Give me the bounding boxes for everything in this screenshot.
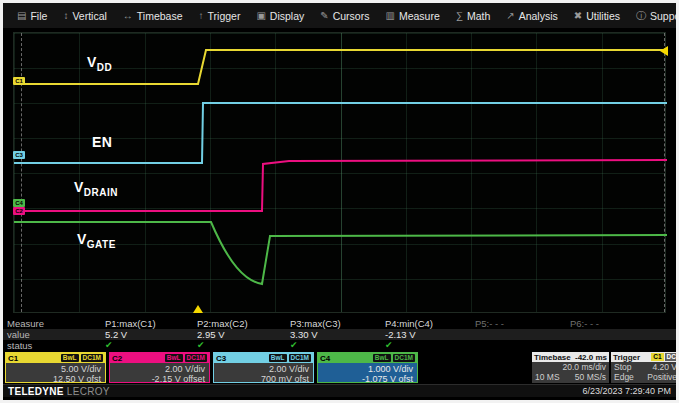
support-icon: ⓘ: [636, 9, 646, 23]
menu-analysis-label: Analysis: [519, 10, 558, 22]
menu-timebase[interactable]: ↔Timebase: [115, 3, 191, 28]
measure-p6-header[interactable]: P6:- - -: [570, 318, 599, 329]
waveform-svg: [14, 33, 667, 314]
trigger-level-marker[interactable]: [660, 46, 668, 56]
measure-p1-value: 5.2 V: [105, 329, 127, 340]
datetime: 6/23/2023 7:29:40 PM: [582, 386, 671, 396]
c3-offset: 700 mV ofst: [214, 374, 309, 383]
p4-status-check-icon: ✔: [385, 340, 393, 351]
menu-measure-label: Measure: [399, 10, 440, 22]
measure-row-label: Measure: [7, 318, 44, 329]
menu-display[interactable]: ▣Display: [248, 3, 312, 28]
measure-table: Measure P1:max(C1) P2:max(C2) P3:max(C3)…: [3, 318, 676, 351]
measure-p2-header[interactable]: P2:max(C2): [197, 318, 248, 329]
timebase-header: Timebase -42.0 ms: [532, 352, 609, 362]
menu-file[interactable]: ▤File: [9, 3, 55, 28]
trigger-time-marker[interactable]: [193, 305, 203, 313]
timebase-delay: -42.0 ms: [575, 353, 607, 362]
menu-measure[interactable]: ▥Measure: [377, 3, 447, 28]
trace-label-vdrain: VDRAIN: [74, 179, 118, 198]
c3-header: C3 BwL DC1M: [214, 353, 313, 363]
cursors-icon: ✎: [320, 10, 328, 21]
c3-zero-marker[interactable]: C3: [13, 151, 25, 159]
c4-bwl-badge: BwL: [373, 354, 391, 362]
trigger-title: Trigger: [613, 353, 640, 362]
menu-timebase-label: Timebase: [137, 10, 183, 22]
menu-cursors[interactable]: ✎Cursors: [312, 3, 377, 28]
file-icon: ▤: [17, 10, 26, 21]
c3-vdiv: 2.00 V/div: [214, 364, 309, 374]
measure-p3-header[interactable]: P3:max(C3): [290, 318, 341, 329]
menu-math-label: Math: [467, 10, 490, 22]
c3-coupling-badge: DC1M: [289, 354, 311, 362]
c2-descriptor-box[interactable]: C2 BwL DC1M 2.00 V/div -2.15 V offset: [109, 352, 210, 383]
menu-cursors-label: Cursors: [333, 10, 370, 22]
c3-label: C3: [216, 354, 267, 363]
value-row-label: value: [7, 329, 30, 340]
c4-label: C4: [320, 354, 371, 363]
measure-p4-value: -2.13 V: [385, 329, 416, 340]
c4-offset: -1.075 V ofst: [318, 374, 413, 383]
utilities-icon: ✖: [574, 10, 582, 21]
menu-analysis[interactable]: ↗Analysis: [498, 3, 566, 28]
c1-zero-marker[interactable]: C1: [13, 77, 25, 85]
menu-vertical-label: Vertical: [72, 10, 106, 22]
measure-status-row: status ✔ ✔ ✔ ✔: [3, 340, 676, 351]
c1-bwl-badge: BwL: [61, 354, 79, 362]
p2-status-check-icon: ✔: [197, 340, 205, 351]
menu-bar: ▤File ↕Vertical ↔Timebase ↑Trigger ▣Disp…: [3, 3, 676, 28]
timebase-icon: ↔: [123, 10, 133, 21]
trigger-level: 4.20 V: [652, 362, 677, 372]
timebase-samples: 10 MS: [535, 372, 560, 382]
menu-support-label: Support: [650, 10, 679, 22]
menu-support[interactable]: ⓘSupport: [628, 3, 679, 28]
analysis-icon: ↗: [506, 10, 514, 21]
measure-p1-header[interactable]: P1:max(C1): [105, 318, 156, 329]
descriptor-bar: C1 BwL DC1M 5.00 V/div 12.50 V ofst C2 B…: [5, 352, 679, 383]
measure-p4-header[interactable]: P4:min(C4): [385, 318, 433, 329]
menu-vertical[interactable]: ↕Vertical: [55, 3, 114, 28]
trace-label-vdd: VDD: [87, 54, 112, 73]
timebase-box[interactable]: Timebase -42.0 ms 20.0 ms/div 10 MS50 MS…: [532, 352, 609, 383]
c2-label: C2: [112, 354, 163, 363]
trigger-icon: ↑: [199, 10, 204, 21]
c2-bwl-badge: BwL: [165, 354, 183, 362]
c2-zero-marker[interactable]: C2: [13, 207, 25, 215]
menu-math[interactable]: ∑Math: [448, 3, 498, 28]
c2-coupling-badge: DC1M: [185, 354, 207, 362]
trigger-box[interactable]: Trigger C1 DC Stop4.20 V EdgePositive: [611, 352, 679, 383]
c1-offset: 12.50 V ofst: [6, 374, 101, 383]
timebase-rate: 50 MS/s: [575, 372, 606, 382]
menu-utilities[interactable]: ✖Utilities: [566, 3, 628, 28]
measure-p5-header[interactable]: P5:- - -: [475, 318, 504, 329]
c1-header: C1 BwL DC1M: [6, 353, 105, 363]
menu-trigger-label: Trigger: [208, 10, 241, 22]
c3-bwl-badge: BwL: [269, 354, 287, 362]
trace-c3: [14, 103, 667, 163]
trigger-source-badge: C1: [651, 353, 663, 361]
c4-coupling-badge: DC1M: [393, 354, 415, 362]
status-bar: TELEDYNE LECROY 6/23/2023 7:29:40 PM: [3, 384, 676, 397]
status-row-label: status: [7, 340, 32, 351]
menu-file-label: File: [30, 10, 47, 22]
p3-status-check-icon: ✔: [290, 340, 298, 351]
trigger-coupling-badge: DC: [665, 353, 678, 361]
c3-descriptor-box[interactable]: C3 BwL DC1M 2.00 V/div 700 mV ofst: [213, 352, 314, 383]
c4-descriptor-box[interactable]: C4 BwL DC1M 1.000 V/div -1.075 V ofst: [317, 352, 418, 383]
brand-bold: TELEDYNE: [8, 386, 64, 397]
c2-offset: -2.15 V offset: [110, 374, 205, 383]
measure-p3-value: 3.30 V: [290, 329, 317, 340]
c4-zero-marker[interactable]: C4: [13, 199, 25, 207]
menu-trigger[interactable]: ↑Trigger: [191, 3, 249, 28]
c3-settings: 2.00 V/div 700 mV ofst: [214, 363, 313, 383]
trigger-header: Trigger C1 DC: [611, 352, 679, 362]
c1-label: C1: [8, 354, 59, 363]
c2-vdiv: 2.00 V/div: [110, 364, 205, 374]
trigger-slope: Positive: [647, 372, 677, 382]
vertical-icon: ↕: [63, 10, 68, 21]
c1-descriptor-box[interactable]: C1 BwL DC1M 5.00 V/div 12.50 V ofst: [5, 352, 106, 383]
c4-settings: 1.000 V/div -1.075 V ofst: [318, 363, 417, 383]
measure-header-row: Measure P1:max(C1) P2:max(C2) P3:max(C3)…: [3, 318, 676, 329]
display-icon: ▣: [256, 10, 265, 21]
trigger-mode: Stop: [614, 362, 632, 372]
